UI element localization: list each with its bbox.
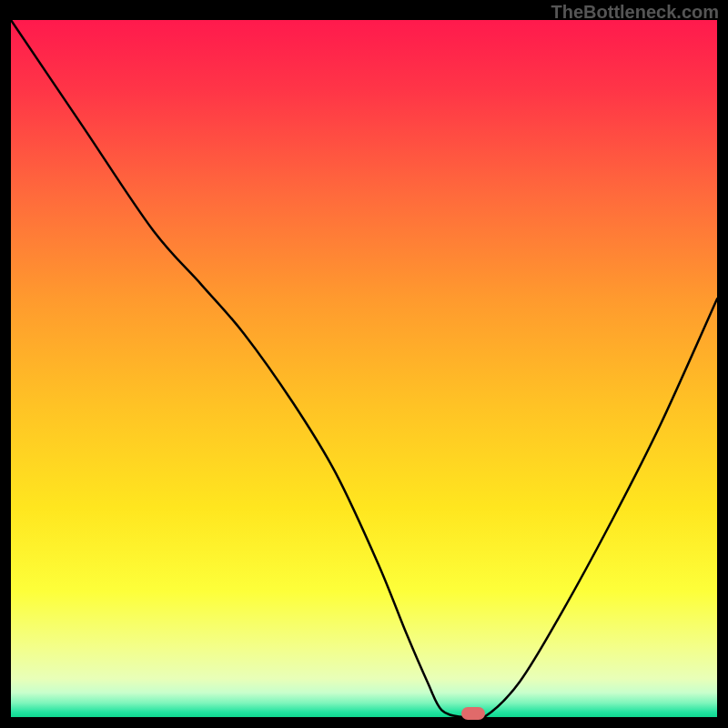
curve-layer bbox=[11, 20, 717, 717]
watermark-text: TheBottleneck.com bbox=[551, 2, 719, 23]
bottleneck-curve bbox=[11, 20, 717, 717]
chart-frame bbox=[11, 20, 717, 717]
plot-area bbox=[11, 20, 717, 717]
optimal-marker bbox=[461, 707, 485, 720]
